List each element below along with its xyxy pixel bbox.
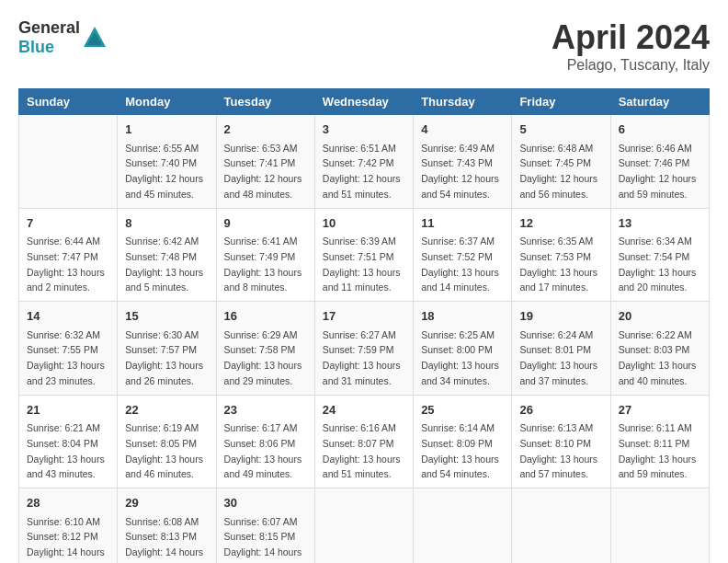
day-info: Sunrise: 6:19 AM Sunset: 8:05 PM Dayligh… — [125, 422, 203, 479]
day-number: 7 — [27, 214, 109, 233]
header-monday: Monday — [118, 89, 216, 115]
day-number: 14 — [27, 307, 109, 326]
day-number: 25 — [421, 401, 504, 419]
calendar-cell: 29Sunrise: 6:08 AM Sunset: 8:13 PM Dayli… — [118, 488, 216, 564]
header-wednesday: Wednesday — [314, 89, 413, 115]
day-info: Sunrise: 6:13 AM Sunset: 8:10 PM Dayligh… — [519, 422, 597, 479]
month-title: April 2024 — [552, 18, 710, 57]
title-block: April 2024 Pelago, Tuscany, Italy — [552, 18, 710, 74]
calendar-cell: 16Sunrise: 6:29 AM Sunset: 7:58 PM Dayli… — [216, 302, 314, 396]
day-number: 15 — [125, 307, 208, 326]
day-number: 30 — [224, 494, 307, 512]
day-info: Sunrise: 6:51 AM Sunset: 7:42 PM Dayligh… — [323, 143, 401, 200]
header-tuesday: Tuesday — [216, 89, 314, 115]
calendar-cell: 19Sunrise: 6:24 AM Sunset: 8:01 PM Dayli… — [512, 302, 610, 396]
calendar-cell — [512, 488, 610, 564]
day-info: Sunrise: 6:46 AM Sunset: 7:46 PM Dayligh… — [619, 143, 697, 200]
calendar-cell: 14Sunrise: 6:32 AM Sunset: 7:55 PM Dayli… — [19, 302, 118, 396]
day-number: 4 — [421, 121, 504, 139]
day-info: Sunrise: 6:21 AM Sunset: 8:04 PM Dayligh… — [27, 422, 105, 479]
day-info: Sunrise: 6:42 AM Sunset: 7:48 PM Dayligh… — [125, 236, 203, 293]
logo-icon — [82, 25, 108, 51]
day-info: Sunrise: 6:27 AM Sunset: 7:59 PM Dayligh… — [323, 329, 401, 386]
page-header: General Blue April 2024 Pelago, Tuscany,… — [18, 18, 710, 74]
day-info: Sunrise: 6:25 AM Sunset: 8:00 PM Dayligh… — [421, 329, 499, 386]
calendar-cell: 7Sunrise: 6:44 AM Sunset: 7:47 PM Daylig… — [19, 208, 118, 302]
day-info: Sunrise: 6:35 AM Sunset: 7:53 PM Dayligh… — [519, 236, 597, 293]
header-sunday: Sunday — [19, 89, 118, 115]
calendar-cell: 30Sunrise: 6:07 AM Sunset: 8:15 PM Dayli… — [216, 488, 314, 564]
day-number: 19 — [519, 307, 602, 326]
logo: General Blue — [18, 18, 108, 57]
calendar-week-row: 28Sunrise: 6:10 AM Sunset: 8:12 PM Dayli… — [19, 488, 710, 564]
day-info: Sunrise: 6:32 AM Sunset: 7:55 PM Dayligh… — [27, 329, 105, 386]
calendar-cell: 18Sunrise: 6:25 AM Sunset: 8:00 PM Dayli… — [414, 302, 512, 396]
header-friday: Friday — [512, 89, 610, 115]
calendar-cell: 27Sunrise: 6:11 AM Sunset: 8:11 PM Dayli… — [610, 395, 709, 488]
day-info: Sunrise: 6:14 AM Sunset: 8:09 PM Dayligh… — [421, 422, 499, 479]
day-number: 3 — [323, 121, 405, 139]
calendar-cell: 2Sunrise: 6:53 AM Sunset: 7:41 PM Daylig… — [216, 115, 314, 209]
logo-blue: Blue — [18, 38, 54, 56]
day-info: Sunrise: 6:53 AM Sunset: 7:41 PM Dayligh… — [224, 143, 302, 200]
day-number: 6 — [619, 121, 701, 139]
calendar-cell: 12Sunrise: 6:35 AM Sunset: 7:53 PM Dayli… — [512, 208, 610, 302]
day-info: Sunrise: 6:10 AM Sunset: 8:12 PM Dayligh… — [27, 516, 105, 564]
day-info: Sunrise: 6:49 AM Sunset: 7:43 PM Dayligh… — [421, 143, 499, 200]
calendar-cell: 26Sunrise: 6:13 AM Sunset: 8:10 PM Dayli… — [512, 395, 610, 488]
day-number: 2 — [224, 121, 307, 139]
location-title: Pelago, Tuscany, Italy — [552, 57, 710, 74]
day-number: 28 — [27, 494, 109, 512]
day-number: 26 — [519, 401, 602, 419]
calendar-week-row: 7Sunrise: 6:44 AM Sunset: 7:47 PM Daylig… — [19, 208, 710, 302]
day-info: Sunrise: 6:29 AM Sunset: 7:58 PM Dayligh… — [224, 329, 302, 386]
day-info: Sunrise: 6:17 AM Sunset: 8:06 PM Dayligh… — [224, 422, 302, 479]
day-info: Sunrise: 6:55 AM Sunset: 7:40 PM Dayligh… — [125, 143, 203, 200]
calendar-cell: 28Sunrise: 6:10 AM Sunset: 8:12 PM Dayli… — [19, 488, 118, 564]
calendar-cell: 9Sunrise: 6:41 AM Sunset: 7:49 PM Daylig… — [216, 208, 314, 302]
calendar-cell: 6Sunrise: 6:46 AM Sunset: 7:46 PM Daylig… — [610, 115, 709, 209]
calendar-cell — [610, 488, 709, 564]
calendar-cell: 21Sunrise: 6:21 AM Sunset: 8:04 PM Dayli… — [19, 395, 118, 488]
calendar-cell: 22Sunrise: 6:19 AM Sunset: 8:05 PM Dayli… — [118, 395, 216, 488]
calendar-cell: 20Sunrise: 6:22 AM Sunset: 8:03 PM Dayli… — [610, 302, 709, 396]
day-info: Sunrise: 6:22 AM Sunset: 8:03 PM Dayligh… — [619, 329, 697, 386]
day-number: 24 — [323, 401, 405, 419]
day-info: Sunrise: 6:44 AM Sunset: 7:47 PM Dayligh… — [27, 236, 105, 293]
calendar-cell: 13Sunrise: 6:34 AM Sunset: 7:54 PM Dayli… — [610, 208, 709, 302]
day-number: 21 — [27, 401, 109, 419]
calendar-cell — [414, 488, 512, 564]
calendar-week-row: 1Sunrise: 6:55 AM Sunset: 7:40 PM Daylig… — [19, 115, 710, 209]
day-number: 5 — [519, 121, 602, 139]
calendar-cell: 25Sunrise: 6:14 AM Sunset: 8:09 PM Dayli… — [414, 395, 512, 488]
calendar-cell: 11Sunrise: 6:37 AM Sunset: 7:52 PM Dayli… — [414, 208, 512, 302]
header-thursday: Thursday — [414, 89, 512, 115]
day-number: 18 — [421, 307, 504, 326]
calendar-cell: 5Sunrise: 6:48 AM Sunset: 7:45 PM Daylig… — [512, 115, 610, 209]
calendar-cell: 17Sunrise: 6:27 AM Sunset: 7:59 PM Dayli… — [314, 302, 413, 396]
day-number: 16 — [224, 307, 307, 326]
calendar-cell: 8Sunrise: 6:42 AM Sunset: 7:48 PM Daylig… — [118, 208, 216, 302]
calendar-cell: 24Sunrise: 6:16 AM Sunset: 8:07 PM Dayli… — [314, 395, 413, 488]
day-number: 22 — [125, 401, 208, 419]
day-number: 8 — [125, 214, 208, 233]
day-number: 23 — [224, 401, 307, 419]
day-number: 12 — [519, 214, 602, 233]
day-info: Sunrise: 6:11 AM Sunset: 8:11 PM Dayligh… — [619, 422, 697, 479]
calendar-header-row: SundayMondayTuesdayWednesdayThursdayFrid… — [19, 89, 710, 115]
day-info: Sunrise: 6:07 AM Sunset: 8:15 PM Dayligh… — [224, 516, 302, 564]
day-info: Sunrise: 6:08 AM Sunset: 8:13 PM Dayligh… — [125, 516, 203, 564]
day-number: 17 — [323, 307, 405, 326]
day-number: 13 — [619, 214, 701, 233]
calendar-week-row: 14Sunrise: 6:32 AM Sunset: 7:55 PM Dayli… — [19, 302, 710, 396]
calendar-cell: 3Sunrise: 6:51 AM Sunset: 7:42 PM Daylig… — [314, 115, 413, 209]
day-number: 10 — [323, 214, 405, 233]
calendar-cell: 15Sunrise: 6:30 AM Sunset: 7:57 PM Dayli… — [118, 302, 216, 396]
day-number: 1 — [125, 121, 208, 139]
day-number: 11 — [421, 214, 504, 233]
calendar-cell: 4Sunrise: 6:49 AM Sunset: 7:43 PM Daylig… — [414, 115, 512, 209]
calendar-cell: 1Sunrise: 6:55 AM Sunset: 7:40 PM Daylig… — [118, 115, 216, 209]
calendar-cell — [314, 488, 413, 564]
calendar-table: SundayMondayTuesdayWednesdayThursdayFrid… — [18, 88, 710, 563]
logo-general: General — [18, 18, 80, 37]
